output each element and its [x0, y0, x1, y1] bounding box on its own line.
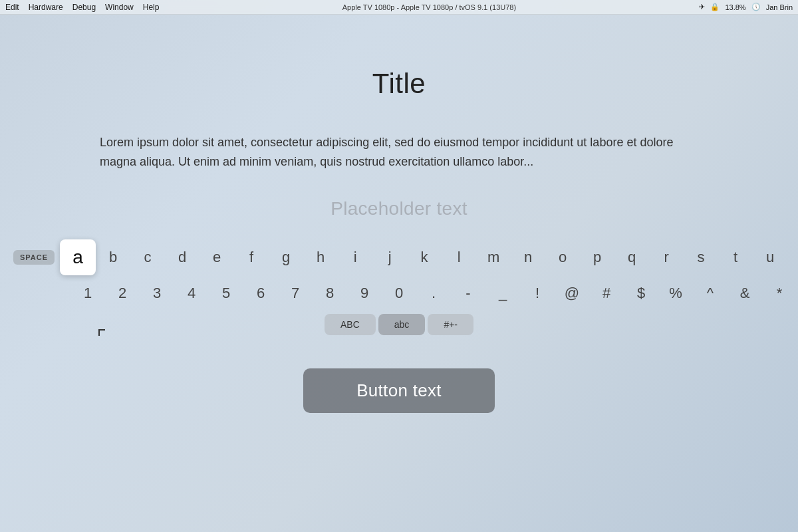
key-dash[interactable]: - — [451, 283, 485, 303]
key-ampersand[interactable]: & — [728, 283, 762, 303]
keyboard-mode-row: ABC abc #+- — [325, 314, 473, 335]
key-f[interactable]: f — [234, 247, 269, 267]
page-title: Title — [372, 68, 426, 100]
key-o[interactable]: o — [545, 247, 580, 267]
menu-window[interactable]: Window — [105, 3, 134, 12]
key-a[interactable]: a — [60, 239, 96, 275]
keyboard-row-letters: SPACE a b c d e f g h i j k l m n o p q … — [13, 239, 798, 275]
mode-abc-lower[interactable]: abc — [378, 314, 426, 335]
key-u[interactable]: u — [753, 247, 787, 267]
key-b[interactable]: b — [96, 247, 130, 267]
text-input-area[interactable]: Placeholder text — [200, 198, 598, 219]
key-9[interactable]: 9 — [347, 283, 382, 303]
keyboard-row-numbers: 1 2 3 4 5 6 7 8 9 0 . - _ ! @ # $ % ^ & … — [13, 283, 797, 303]
mode-abc-upper[interactable]: ABC — [325, 314, 376, 335]
cursor — [98, 329, 105, 336]
key-j[interactable]: j — [372, 247, 407, 267]
clock-icon: 🕔 — [751, 3, 761, 11]
key-k[interactable]: k — [407, 247, 442, 267]
key-0[interactable]: 0 — [382, 283, 416, 303]
key-8[interactable]: 8 — [313, 283, 347, 303]
key-e[interactable]: e — [200, 247, 234, 267]
key-h[interactable]: h — [303, 247, 338, 267]
content-area: Title Lorem ipsum dolor sit amet, consec… — [0, 15, 798, 532]
menu-bar-left: Edit Hardware Debug Window Help — [5, 3, 159, 12]
key-hash[interactable]: # — [589, 283, 624, 303]
key-l[interactable]: l — [442, 247, 476, 267]
dropbox-icon: ✈ — [699, 3, 705, 11]
user-name: Jan Brin — [766, 3, 793, 11]
key-asterisk[interactable]: * — [762, 283, 797, 303]
menu-bar: Edit Hardware Debug Window Help Apple TV… — [0, 0, 798, 15]
key-p[interactable]: p — [580, 247, 614, 267]
key-v[interactable]: v — [787, 247, 798, 267]
menu-edit[interactable]: Edit — [5, 3, 19, 12]
space-key[interactable]: SPACE — [13, 250, 55, 265]
body-text: Lorem ipsum dolor sit amet, consectetur … — [100, 133, 698, 172]
menu-debug[interactable]: Debug — [72, 3, 96, 12]
key-7[interactable]: 7 — [278, 283, 313, 303]
key-i[interactable]: i — [338, 247, 372, 267]
key-2[interactable]: 2 — [105, 283, 140, 303]
key-d[interactable]: d — [165, 247, 200, 267]
main-button[interactable]: Button text — [303, 368, 495, 413]
key-6[interactable]: 6 — [243, 283, 278, 303]
key-3[interactable]: 3 — [140, 283, 174, 303]
key-n[interactable]: n — [511, 247, 545, 267]
key-exclaim[interactable]: ! — [520, 283, 555, 303]
key-5[interactable]: 5 — [209, 283, 243, 303]
key-t[interactable]: t — [718, 247, 753, 267]
key-underscore[interactable]: _ — [485, 283, 520, 303]
menu-bar-title: Apple TV 1080p - Apple TV 1080p / tvOS 9… — [159, 3, 699, 11]
virtual-keyboard: SPACE a b c d e f g h i j k l m n o p q … — [7, 239, 791, 335]
key-percent[interactable]: % — [658, 283, 693, 303]
security-icon: 🔒 — [710, 3, 720, 11]
key-q[interactable]: q — [614, 247, 649, 267]
menu-bar-right: ✈ 🔒 13.8% 🕔 Jan Brin — [699, 3, 793, 11]
key-1[interactable]: 1 — [70, 283, 105, 303]
key-at[interactable]: @ — [555, 283, 589, 303]
key-m[interactable]: m — [476, 247, 511, 267]
key-s[interactable]: s — [684, 247, 718, 267]
key-c[interactable]: c — [130, 247, 165, 267]
battery-text: 13.8% — [725, 3, 745, 11]
mode-symbols[interactable]: #+- — [428, 314, 473, 335]
key-dollar[interactable]: $ — [624, 283, 658, 303]
key-period[interactable]: . — [416, 283, 451, 303]
key-caret[interactable]: ^ — [693, 283, 728, 303]
menu-help[interactable]: Help — [143, 3, 160, 12]
menu-hardware[interactable]: Hardware — [29, 3, 63, 12]
key-r[interactable]: r — [649, 247, 684, 267]
key-g[interactable]: g — [269, 247, 303, 267]
placeholder-text: Placeholder text — [200, 198, 598, 219]
key-4[interactable]: 4 — [174, 283, 209, 303]
